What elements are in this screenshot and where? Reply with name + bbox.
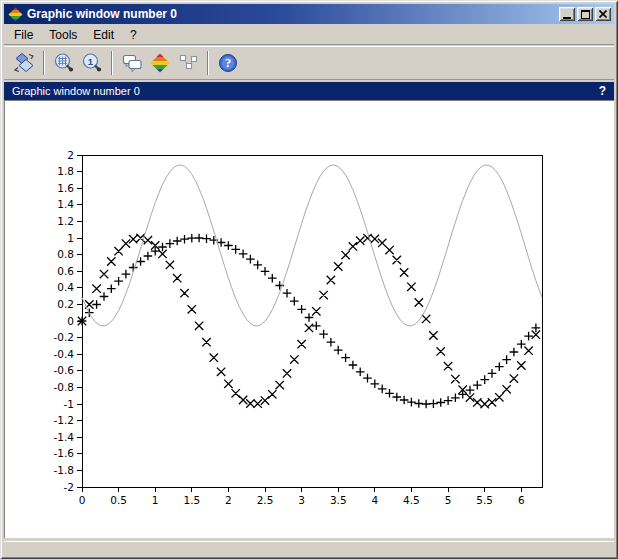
svg-text:0: 0: [67, 315, 74, 327]
svg-text:1.5: 1.5: [183, 494, 200, 506]
svg-text:4.5: 4.5: [403, 494, 420, 506]
zoom-reset-icon: 1: [81, 52, 103, 74]
svg-text:-1: -1: [64, 398, 74, 410]
scilab-diamond-icon: [149, 52, 171, 74]
svg-text:1: 1: [152, 494, 159, 506]
graphic-window: Graphic window number 0 File Tools Edit …: [0, 0, 618, 559]
menu-bar: File Tools Edit ?: [4, 26, 614, 45]
svg-text:-1.8: -1.8: [54, 464, 75, 476]
menu-file[interactable]: File: [6, 26, 41, 44]
svg-text:1.6: 1.6: [57, 182, 74, 194]
dialogs-icon: [121, 52, 143, 74]
svg-text:-0.6: -0.6: [54, 364, 75, 376]
info-bar-help[interactable]: ?: [599, 84, 606, 98]
svg-text:1: 1: [67, 232, 74, 244]
zoom-area-icon: [53, 52, 75, 74]
svg-text:0.8: 0.8: [57, 248, 74, 260]
svg-text:0.4: 0.4: [57, 281, 74, 293]
graph-nodes-button[interactable]: [174, 50, 201, 77]
toolbar: 1: [4, 46, 614, 80]
close-button[interactable]: [595, 7, 611, 21]
scilab-app-icon: [8, 7, 23, 22]
menu-help[interactable]: ?: [122, 26, 145, 44]
scilab-diamond-button[interactable]: [146, 50, 173, 77]
svg-text:-1.6: -1.6: [54, 447, 75, 459]
svg-text:-1.4: -1.4: [54, 431, 75, 443]
toolbar-separator: [111, 51, 113, 75]
toolbar-separator: [43, 51, 45, 75]
dialogs-button[interactable]: [118, 50, 145, 77]
close-icon: [599, 10, 607, 18]
title-bar[interactable]: Graphic window number 0: [4, 4, 614, 24]
svg-text:0.5: 0.5: [110, 494, 127, 506]
minimize-icon: [563, 17, 571, 19]
zoom-area-button[interactable]: [50, 50, 77, 77]
plot-svg: 00.511.522.533.544.555.56-2-1.8-1.6-1.4-…: [5, 101, 614, 538]
plot-canvas: 00.511.522.533.544.555.56-2-1.8-1.6-1.4-…: [4, 100, 614, 538]
svg-text:0: 0: [79, 494, 86, 506]
svg-text:0.2: 0.2: [57, 298, 74, 310]
status-bar: [4, 541, 614, 556]
rotate-icon: [13, 52, 35, 74]
info-bar-title: Graphic window number 0: [12, 85, 140, 97]
window-title: Graphic window number 0: [27, 7, 557, 21]
svg-text:4: 4: [372, 494, 379, 506]
svg-text:3.5: 3.5: [330, 494, 347, 506]
svg-text:-0.2: -0.2: [54, 331, 75, 343]
svg-text:1.8: 1.8: [57, 165, 74, 177]
toolbar-separator: [207, 51, 209, 75]
menu-edit[interactable]: Edit: [85, 26, 122, 44]
svg-text:-0.4: -0.4: [54, 348, 75, 360]
help-button[interactable]: ?: [214, 50, 241, 77]
menu-tools[interactable]: Tools: [41, 26, 85, 44]
rotate-button[interactable]: [10, 50, 37, 77]
svg-text:2: 2: [67, 149, 74, 161]
zoom-reset-button[interactable]: 1: [78, 50, 105, 77]
graph-nodes-icon: [177, 52, 199, 74]
svg-text:5.5: 5.5: [476, 494, 493, 506]
minimize-button[interactable]: [559, 7, 575, 21]
maximize-button[interactable]: [577, 7, 593, 21]
svg-text:6: 6: [518, 494, 525, 506]
svg-text:?: ?: [224, 56, 230, 70]
svg-text:1.4: 1.4: [57, 198, 74, 210]
svg-text:-0.8: -0.8: [54, 381, 75, 393]
svg-text:1.2: 1.2: [57, 215, 74, 227]
help-icon: ?: [217, 52, 239, 74]
svg-text:1: 1: [87, 56, 93, 67]
info-bar: Graphic window number 0 ?: [4, 82, 614, 100]
svg-text:2: 2: [225, 494, 232, 506]
svg-text:-1.2: -1.2: [54, 414, 75, 426]
svg-text:0.6: 0.6: [57, 265, 74, 277]
maximize-icon: [581, 10, 590, 19]
svg-text:3: 3: [298, 494, 305, 506]
svg-text:5: 5: [445, 494, 452, 506]
svg-text:-2: -2: [64, 481, 74, 493]
svg-text:2.5: 2.5: [257, 494, 274, 506]
